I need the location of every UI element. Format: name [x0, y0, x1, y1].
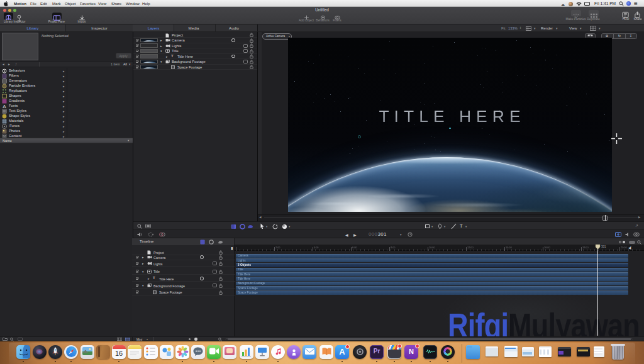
svg-text:A: A — [3, 104, 6, 109]
